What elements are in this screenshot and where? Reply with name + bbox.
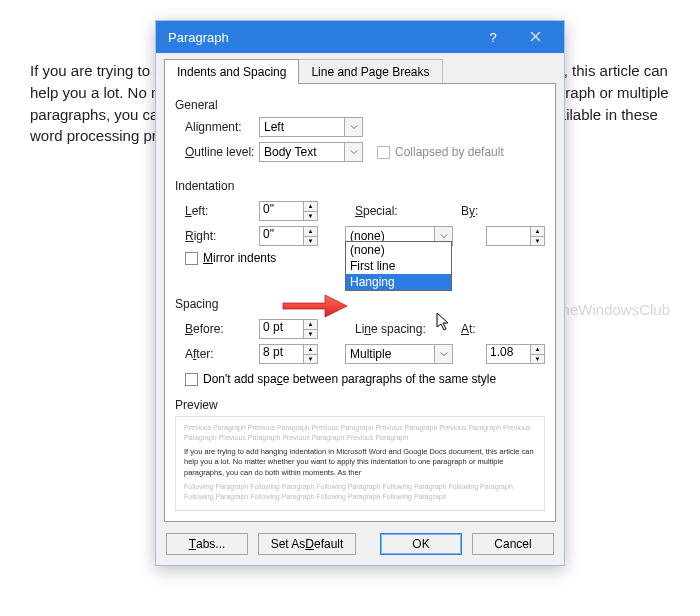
left-indent-spinner[interactable]: 0" ▲▼ [259,201,318,221]
spin-down-icon[interactable]: ▼ [304,330,317,339]
spin-up-icon[interactable]: ▲ [304,320,317,330]
cancel-button[interactable]: Cancel [472,533,554,555]
collapsed-checkbox [377,146,390,159]
indentation-heading: Indentation [175,179,545,193]
no-add-space-label: Don't add space between paragraphs of th… [203,372,496,386]
title-bar[interactable]: Paragraph ? [156,21,564,53]
preview-heading: Preview [175,398,545,412]
mirror-indents-checkbox[interactable] [185,252,198,265]
collapsed-label: Collapsed by default [395,145,504,159]
special-option-firstline[interactable]: First line [346,258,451,274]
at-label: At: [451,322,485,336]
line-spacing-select[interactable]: Multiple [345,344,453,364]
spin-up-icon[interactable]: ▲ [531,345,544,355]
right-indent-label: Right: [175,229,259,243]
spin-up-icon[interactable]: ▲ [304,227,317,237]
right-indent-spinner[interactable]: 0" ▲▼ [259,226,318,246]
no-add-space-row[interactable]: Don't add space between paragraphs of th… [185,372,545,386]
close-icon [530,30,541,45]
chevron-down-icon [344,143,362,161]
close-button[interactable] [514,21,556,53]
set-as-default-button[interactable]: Set As Default [258,533,356,555]
tabs-button[interactable]: Tabs... [166,533,248,555]
dialog-button-row: Tabs... Set As Default OK Cancel [156,531,564,565]
spin-up-icon[interactable]: ▲ [531,227,544,237]
help-icon: ? [489,30,496,45]
alignment-select[interactable]: Left [259,117,363,137]
paragraph-dialog: Paragraph ? Indents and Spacing Line and… [155,20,565,566]
ok-button[interactable]: OK [380,533,462,555]
special-option-hanging[interactable]: Hanging [346,274,451,290]
no-add-space-checkbox[interactable] [185,373,198,386]
spin-down-icon[interactable]: ▼ [304,237,317,246]
tab-panel: General Alignment: Left Outline level: B… [164,83,556,522]
by-label: By: [451,204,485,218]
after-label: After: [175,347,259,361]
mirror-indents-row[interactable]: Mirror indents [185,251,345,265]
alignment-label: Alignment: [175,120,259,134]
preview-box: Previous Paragraph Previous Paragraph Pr… [175,416,545,511]
tab-indents-spacing[interactable]: Indents and Spacing [164,59,299,84]
spin-down-icon[interactable]: ▼ [531,237,544,246]
tab-line-page-breaks[interactable]: Line and Page Breaks [298,59,442,84]
dialog-title: Paragraph [168,30,472,45]
spin-down-icon[interactable]: ▼ [304,212,317,221]
annotation-arrow-icon [281,291,351,321]
at-spinner[interactable]: 1.08 ▲▼ [486,344,545,364]
after-spinner[interactable]: 8 pt ▲▼ [259,344,318,364]
mouse-cursor-icon [436,312,452,332]
before-spinner[interactable]: 0 pt ▲▼ [259,319,318,339]
line-spacing-label: Line spacing: [345,322,429,336]
special-dropdown-list[interactable]: (none) First line Hanging [345,241,452,291]
before-label: Before: [175,322,259,336]
chevron-down-icon [344,118,362,136]
general-heading: General [175,98,545,112]
mirror-indents-label: Mirror indents [203,251,276,265]
left-indent-label: Left: [175,204,259,218]
special-option-none[interactable]: (none) [346,242,451,258]
special-label: Special: [345,204,429,218]
help-button[interactable]: ? [472,21,514,53]
outline-level-label: Outline level: [175,145,259,159]
spin-up-icon[interactable]: ▲ [304,202,317,212]
spacing-heading: Spacing [175,297,545,311]
by-spinner[interactable]: ▲▼ [486,226,545,246]
chevron-down-icon [434,345,452,363]
outline-level-select[interactable]: Body Text [259,142,363,162]
spin-down-icon[interactable]: ▼ [304,355,317,364]
spin-down-icon[interactable]: ▼ [531,355,544,364]
tab-strip: Indents and Spacing Line and Page Breaks [156,53,564,84]
spin-up-icon[interactable]: ▲ [304,345,317,355]
